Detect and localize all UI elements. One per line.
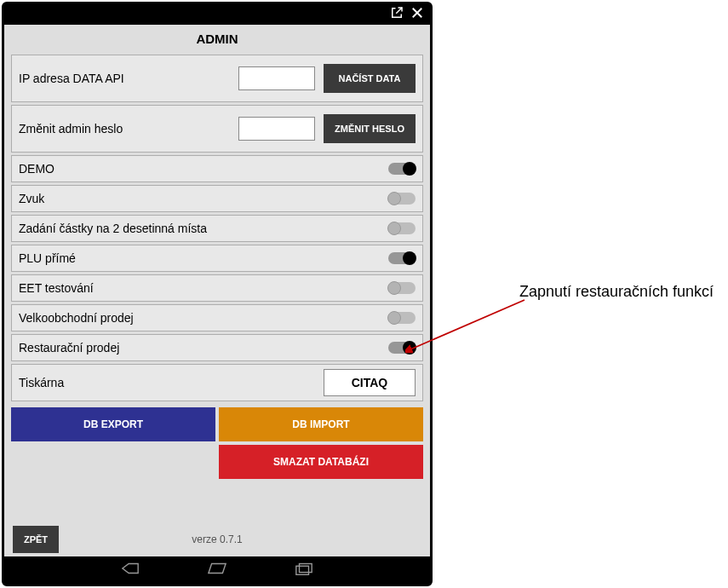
back-button[interactable]: ZPĚT — [13, 526, 59, 553]
change-password-button[interactable]: ZMĚNIT HESLO — [324, 114, 416, 143]
plu-label: PLU přímé — [19, 251, 388, 265]
open-external-icon[interactable] — [389, 5, 404, 24]
nav-home-icon[interactable] — [208, 562, 226, 579]
spacer — [11, 445, 215, 479]
row-demo: DEMO — [11, 155, 423, 182]
sound-label: Zvuk — [19, 192, 388, 205]
password-input[interactable] — [238, 117, 315, 141]
restaurant-label: Restaurační prodej — [19, 341, 388, 355]
eet-toggle[interactable] — [388, 282, 416, 294]
decimals-label: Zadání částky na 2 desetinná místa — [19, 222, 388, 235]
plu-toggle[interactable] — [388, 252, 416, 264]
svg-rect-0 — [300, 564, 312, 573]
row-decimals: Zadání částky na 2 desetinná místa — [11, 215, 423, 242]
wholesale-label: Velkoobchodní prodej — [19, 311, 388, 325]
db-delete-button[interactable]: SMAZAT DATABÁZI — [219, 445, 423, 479]
version-text: verze 0.7.1 — [11, 533, 423, 545]
row-change-password: Změnit admin heslo ZMĚNIT HESLO — [11, 105, 423, 153]
db-export-button[interactable]: DB EXPORT — [11, 407, 215, 441]
row-ip-api: IP adresa DATA API NAČÍST DATA — [11, 55, 423, 102]
screen: ADMIN IP adresa DATA API NAČÍST DATA Změ… — [4, 25, 430, 584]
footer: ZPĚT verze 0.7.1 — [11, 521, 423, 556]
tablet-frame: ADMIN IP adresa DATA API NAČÍST DATA Změ… — [2, 2, 433, 586]
printer-select[interactable]: CITAQ — [324, 369, 416, 396]
annotation-text: Zapnutí restauračních funkcí — [519, 283, 714, 301]
db-buttons: DB EXPORT DB IMPORT SMAZAT DATABÁZI — [11, 404, 423, 482]
nav-recent-icon[interactable] — [295, 562, 313, 579]
row-sound: Zvuk — [11, 185, 423, 212]
demo-toggle[interactable] — [388, 163, 416, 175]
close-icon[interactable] — [410, 5, 425, 24]
ip-input[interactable] — [238, 66, 315, 90]
content: IP adresa DATA API NAČÍST DATA Změnit ad… — [4, 55, 430, 556]
row-wholesale: Velkoobchodní prodej — [11, 304, 423, 331]
row-plu: PLU přímé — [11, 245, 423, 272]
decimals-toggle[interactable] — [388, 222, 416, 234]
wholesale-toggle[interactable] — [388, 312, 416, 324]
row-restaurant: Restaurační prodej — [11, 334, 423, 361]
load-data-button[interactable]: NAČÍST DATA — [324, 64, 416, 93]
db-import-button[interactable]: DB IMPORT — [219, 407, 423, 441]
row-eet: EET testování — [11, 274, 423, 302]
ip-label: IP adresa DATA API — [19, 72, 238, 85]
demo-label: DEMO — [19, 162, 388, 176]
eet-label: EET testování — [19, 281, 388, 295]
android-navbar — [4, 556, 430, 584]
printer-label: Tiskárna — [19, 376, 324, 389]
window-titlebar — [4, 4, 430, 25]
sound-toggle[interactable] — [388, 193, 416, 205]
page-title: ADMIN — [4, 25, 430, 55]
nav-back-icon[interactable] — [121, 562, 140, 579]
row-printer: Tiskárna CITAQ — [11, 364, 423, 401]
restaurant-toggle[interactable] — [388, 342, 416, 354]
svg-rect-1 — [296, 566, 309, 574]
password-label: Změnit admin heslo — [19, 122, 238, 135]
